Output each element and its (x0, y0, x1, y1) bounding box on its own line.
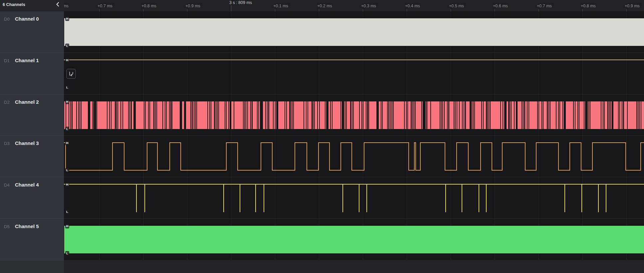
low-marker: L (65, 85, 69, 90)
low-pulse (258, 101, 259, 129)
low-pulse (440, 101, 440, 129)
waveform-activity-band (64, 101, 644, 129)
low-pulse (481, 101, 482, 129)
wave-high-segment (295, 142, 307, 143)
low-pulse (211, 101, 211, 129)
low-pulse (225, 101, 225, 129)
low-pulse (368, 101, 369, 129)
low-pulse (218, 101, 219, 129)
wave-low-segment (157, 170, 169, 171)
waveform-row-D5[interactable]: HL (64, 219, 644, 260)
low-pulse (185, 101, 186, 129)
low-pulse (209, 101, 210, 129)
channel-row-D4[interactable]: D4Channel 4 (0, 177, 64, 219)
low-pulse (490, 101, 491, 129)
wave-low-segment (124, 170, 147, 171)
low-pulse (587, 101, 588, 129)
low-pulse (93, 101, 94, 129)
wave-edge (261, 142, 261, 171)
timeline-tick (626, 9, 627, 11)
low-pulse (145, 101, 146, 129)
low-pulse (541, 101, 542, 129)
wave-edge (295, 142, 295, 171)
low-pulse (516, 101, 518, 129)
low-pulse (388, 101, 389, 129)
chevron-left-icon (55, 3, 60, 8)
low-pulse (359, 101, 360, 129)
low-pulse (155, 101, 156, 129)
wave-edge (581, 142, 581, 171)
trigger-icon[interactable] (66, 69, 76, 79)
low-pulse (590, 101, 590, 129)
waveform-row-D0[interactable]: HL (64, 11, 644, 53)
low-pulse (308, 101, 308, 129)
timeline-tick (582, 9, 583, 11)
wave-low-segment (351, 170, 364, 171)
waveform-row-D3[interactable]: HL (64, 136, 644, 177)
low-marker: L (65, 127, 69, 131)
low-pulse (537, 101, 538, 129)
wave-edge (318, 142, 319, 171)
high-marker: H (65, 58, 69, 63)
timeline-tick (231, 5, 231, 11)
low-pulse (503, 101, 503, 129)
low-pulse (415, 101, 416, 129)
timeline-unit-label: +0.9 ms (185, 4, 200, 8)
timeline-tick (275, 9, 275, 11)
low-spike (581, 184, 582, 212)
low-pulse (390, 101, 391, 129)
low-pulse (275, 101, 276, 129)
channel-row-D5[interactable]: D5Channel 5 (0, 219, 64, 260)
waveform-area[interactable]: HLHLHLHLHLHL (64, 11, 644, 260)
low-spike (144, 184, 145, 212)
low-pulse (207, 101, 208, 129)
low-pulse (623, 101, 624, 129)
low-pulse (190, 101, 191, 129)
low-pulse (448, 101, 449, 129)
waveform-high-band (64, 18, 644, 46)
low-pulse (267, 101, 268, 129)
waveform-row-D4[interactable]: HL (64, 177, 644, 219)
low-pulse (508, 101, 509, 129)
low-spike (606, 184, 606, 212)
channel-id-label: D4 (4, 183, 10, 188)
low-pulse (352, 101, 352, 129)
wave-edge (237, 142, 238, 171)
waveform-row-D2[interactable]: HL (64, 94, 644, 136)
collapse-sidebar-button[interactable] (55, 2, 61, 8)
low-pulse (319, 101, 320, 129)
low-pulse (350, 101, 351, 129)
low-pulse (244, 101, 245, 129)
low-pulse (473, 101, 474, 129)
wave-edge (480, 142, 481, 171)
wave-high-segment (364, 142, 408, 143)
low-pulse (116, 101, 117, 129)
low-pulse (421, 101, 422, 129)
low-pulse (148, 101, 149, 129)
waveform-row-D1[interactable]: HL (64, 53, 644, 94)
low-spike (462, 184, 462, 212)
low-pulse (278, 101, 278, 129)
wave-edge (169, 142, 170, 171)
low-spike (255, 184, 256, 212)
wave-high-segment (261, 142, 272, 143)
channel-row-D0[interactable]: D0Channel 0 (0, 11, 64, 53)
low-pulse (250, 101, 251, 129)
low-pulse (524, 101, 525, 129)
wave-low-segment (625, 170, 640, 171)
wave-edge (414, 142, 415, 171)
low-pulse (228, 101, 229, 129)
low-pulse (641, 101, 641, 129)
channel-row-D2[interactable]: D2Channel 2 (0, 94, 64, 136)
low-pulse (216, 101, 216, 129)
low-pulse (107, 101, 107, 129)
low-pulse (514, 101, 515, 129)
channel-id-label: D2 (4, 100, 10, 105)
timeline-unit-label: +0.1 ms (273, 4, 288, 8)
channel-row-D1[interactable]: D1Channel 1 (0, 53, 64, 94)
low-pulse (392, 101, 392, 129)
low-pulse (444, 101, 445, 129)
timeline-ruler[interactable]: 3 s : 809 ms +0.6 ms+0.7 ms+0.8 ms+0.9 m… (64, 0, 644, 11)
wave-high-segment (226, 142, 237, 143)
channel-row-D3[interactable]: D3Channel 3 (0, 136, 64, 177)
